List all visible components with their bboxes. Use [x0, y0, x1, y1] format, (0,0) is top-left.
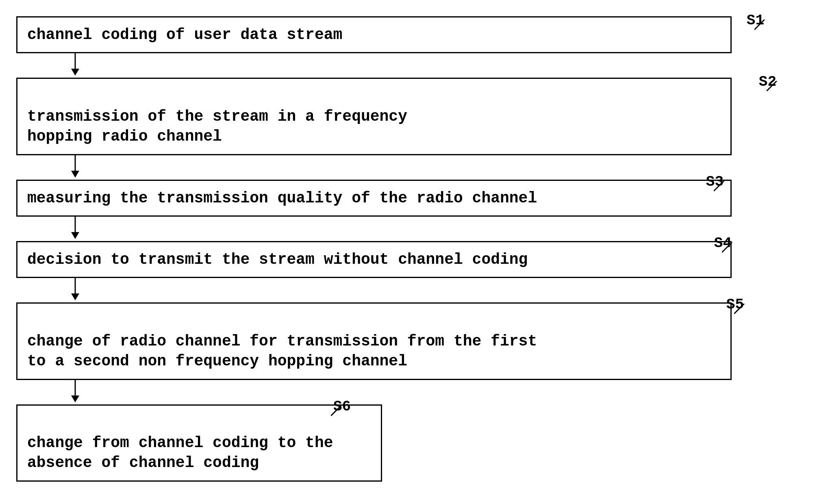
arrow-2 [16, 155, 85, 180]
arrow-3-svg [65, 217, 85, 241]
svg-line-0 [754, 20, 765, 30]
svg-line-12 [734, 304, 744, 314]
svg-line-9 [722, 242, 732, 252]
s5-tick [734, 304, 746, 316]
svg-line-15 [331, 406, 341, 416]
arrow-5-svg [65, 380, 85, 404]
step-s3-text: measuring the transmission quality of th… [27, 189, 537, 207]
step-s1-text: channel coding of user data stream [27, 26, 342, 43]
arrow-5 [16, 380, 85, 404]
step-s5-text: change of radio channel for transmission… [27, 332, 537, 370]
arrow-2-svg [65, 155, 85, 180]
flowchart: channel coding of user data stream S1 tr… [16, 16, 789, 482]
step-s4-box: decision to transmit the stream without … [16, 241, 732, 278]
step-s2-row: transmission of the stream in a frequenc… [16, 78, 789, 155]
svg-marker-11 [71, 293, 79, 300]
s1-tick [754, 20, 767, 32]
svg-marker-14 [71, 395, 79, 402]
s2-tick [767, 81, 779, 93]
step-s3-box: measuring the transmission quality of th… [16, 180, 732, 217]
s4-tick [722, 242, 734, 254]
step-s4-text: decision to transmit the stream without … [27, 251, 528, 268]
svg-line-3 [767, 81, 777, 91]
step-s3-row: measuring the transmission quality of th… [16, 180, 789, 217]
step-s4-row: decision to transmit the stream without … [16, 241, 789, 278]
step-s6-box: change from channel coding to the absenc… [16, 404, 382, 482]
s6-tick [331, 406, 343, 418]
arrow-3 [16, 217, 85, 241]
step-s5-box: change of radio channel for transmission… [16, 302, 732, 380]
svg-marker-8 [71, 232, 79, 239]
step-s6-row: change from channel coding to the absenc… [16, 404, 789, 482]
arrow-1-svg [65, 53, 85, 78]
s3-tick [714, 181, 726, 193]
arrow-4 [16, 278, 85, 302]
svg-line-6 [714, 181, 724, 191]
svg-marker-5 [71, 171, 79, 178]
arrow-1 [16, 53, 85, 78]
step-s1-row: channel coding of user data stream S1 [16, 16, 789, 53]
step-s6-text: change from channel coding to the absenc… [27, 434, 333, 471]
step-s2-text: transmission of the stream in a frequenc… [27, 108, 407, 145]
svg-marker-2 [71, 69, 79, 76]
step-s2-box: transmission of the stream in a frequenc… [16, 78, 732, 155]
step-s1-box: channel coding of user data stream [16, 16, 732, 53]
arrow-4-svg [65, 278, 85, 302]
step-s5-row: change of radio channel for transmission… [16, 302, 789, 380]
